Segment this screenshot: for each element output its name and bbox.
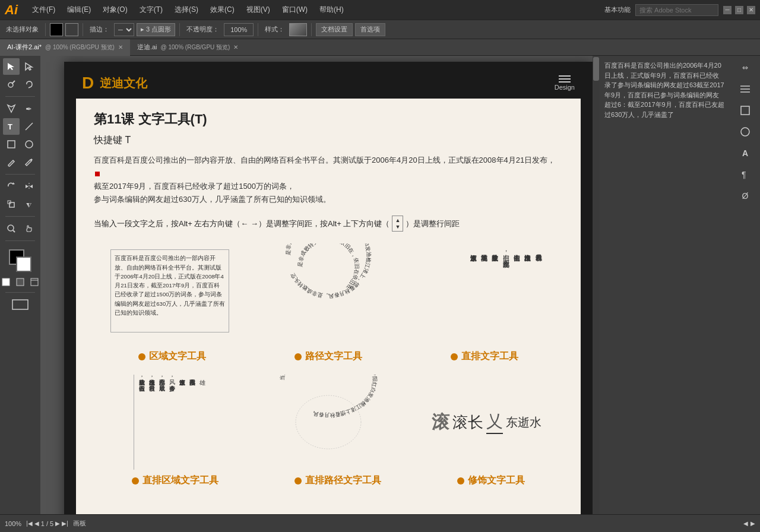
menu-edit[interactable]: 编辑(E) <box>65 4 93 16</box>
shear-tool[interactable]: ⧨ <box>21 196 37 213</box>
line-tool[interactable] <box>21 118 37 135</box>
menu-window[interactable]: 窗口(W) <box>280 4 310 16</box>
keyboard-hint-text: 当输入一段文字之后，按Alt+ 左右方向键（← →）是调整字间距，按Alt+ 上… <box>94 218 390 229</box>
menu-select[interactable]: 选择(S) <box>172 4 201 16</box>
rect-tool[interactable] <box>3 136 20 153</box>
canvas-area[interactable]: D 逆迪文化 Design 第11课 文字工具(T) 快捷键 T 百度百科是百度… <box>40 56 600 514</box>
divider-1 <box>45 23 46 36</box>
pencil-tool[interactable] <box>21 154 37 170</box>
minimize-button[interactable]: ─ <box>723 6 732 14</box>
menu-view[interactable]: 视图(V) <box>244 4 273 16</box>
arrow-indicator: ▲ ▼ <box>392 216 403 232</box>
vert-path-label: 直排路径文字工具 <box>294 474 381 487</box>
vertical-scrollbar[interactable] <box>593 56 600 514</box>
next-page-btn[interactable]: ▶ <box>55 520 60 527</box>
vert-zone-visual: 非成败转头空，青山依旧在 白发渔樵江渚上，惯看秋月 几度夕阳红，是非成败 风，古… <box>99 375 241 470</box>
transform-icon[interactable] <box>736 101 755 120</box>
close-button[interactable]: ✕ <box>747 6 755 14</box>
menu-effect[interactable]: 效果(C) <box>208 4 237 16</box>
first-page-btn[interactable]: |◀ <box>26 520 33 527</box>
tab-close-2[interactable]: ✕ <box>233 44 238 50</box>
rotate-tool[interactable] <box>3 178 20 195</box>
lesson-title: 第11课 文字工具(T) <box>94 110 563 128</box>
add-anchor-tool[interactable]: ✒ <box>21 100 37 117</box>
select-tool[interactable] <box>3 58 20 75</box>
svg-point-27 <box>741 128 749 136</box>
direct-select-tool[interactable] <box>21 58 37 75</box>
vertical-text-label-text: 直排文字工具 <box>461 350 518 363</box>
sidebar-text-panel: 百度百科是百度公司推出的2006年4月20日上线，正式版年9月，百度百科已经收录… <box>600 56 730 514</box>
prev-page-btn[interactable]: ◀ <box>34 520 39 527</box>
tab-nidi[interactable]: 逆迪.ai @ 100% (RGB/GPU 预览) ✕ <box>130 39 245 56</box>
svg-rect-14 <box>2 278 10 286</box>
hand-tool[interactable] <box>21 220 37 237</box>
zoom-tool[interactable] <box>3 220 20 237</box>
decoration-visual: 滚 滚长 乂 东逝水 <box>416 375 558 470</box>
stock-search-input[interactable] <box>635 4 718 16</box>
artboard-label: 画板 <box>73 519 86 528</box>
vert-path-text-demo: 当炉赤澄澄水炉是非成败转头空青山依旧在几度夕阳红白发渔樵江渚上惯看秋月春风 <box>252 375 405 470</box>
full-screen-mode[interactable] <box>28 276 41 289</box>
paintbrush-tool[interactable] <box>3 154 20 170</box>
magic-wand-tool[interactable] <box>3 76 20 93</box>
arrow-down-icon: ▼ <box>395 224 400 230</box>
normal-mode-btn[interactable] <box>0 276 12 289</box>
lasso-tool[interactable] <box>21 76 37 93</box>
tab-close-1[interactable]: ✕ <box>118 44 123 50</box>
stroke-option[interactable]: ▸ 3 点圆形 <box>137 23 175 36</box>
vert-zone-col-2: 白发渔樵江渚上，惯看秋月 <box>147 375 156 470</box>
menu-help[interactable]: 帮助(H) <box>317 4 346 16</box>
style-swatch[interactable] <box>289 23 307 36</box>
mask-mode-btn[interactable] <box>14 276 27 289</box>
logo-icon: D <box>82 74 94 93</box>
playback-prev[interactable]: ◀ <box>743 520 748 527</box>
reflect-tool[interactable] <box>21 178 37 195</box>
tab-label-2: 逆迪.ai <box>137 43 157 52</box>
background-color[interactable] <box>16 256 31 272</box>
ellipse-tool[interactable] <box>21 136 37 153</box>
zone-text-label-text: 区域文字工具 <box>149 350 206 363</box>
svg-rect-5 <box>8 141 15 148</box>
paragraph-icon[interactable]: ¶ <box>736 165 755 184</box>
doc-settings-button[interactable]: 文档设置 <box>316 23 353 36</box>
menu-text[interactable]: 文字(T) <box>137 4 165 16</box>
artboard-tool[interactable] <box>9 296 31 313</box>
scale-tool[interactable] <box>3 196 20 213</box>
preferences-button[interactable]: 首选项 <box>355 23 385 36</box>
label-row-2: 直排区域文字工具 直排路径文字工具 修饰文字工具 <box>94 474 563 487</box>
scrollbar-thumb[interactable] <box>593 57 599 81</box>
deco-char-2: 滚长 <box>452 412 483 433</box>
status-bar: 100% |◀ ◀ 1 / 5 ▶ ▶| 画板 ◀ ▶ <box>0 514 760 532</box>
svg-rect-16 <box>31 278 38 286</box>
stroke-swatch[interactable] <box>65 23 78 36</box>
tab-ai-course[interactable]: AI-课件2.ai* @ 100% (RGB/GPU 预览) ✕ <box>0 39 130 56</box>
panel-expand-btn[interactable]: ⇔ <box>736 58 755 77</box>
svg-line-13 <box>13 230 15 232</box>
svg-rect-26 <box>741 106 749 115</box>
menu-file[interactable]: 文件(F) <box>30 4 58 16</box>
text-cursor <box>95 172 100 176</box>
fill-swatch[interactable] <box>50 23 63 36</box>
design-menu-btn[interactable]: Design <box>555 75 575 91</box>
align-icon[interactable] <box>736 80 755 99</box>
last-page-btn[interactable]: ▶| <box>62 520 68 527</box>
divider-4 <box>258 23 258 36</box>
pen-tool[interactable] <box>3 100 20 117</box>
opacity-input[interactable] <box>224 23 254 36</box>
pathfinder-icon[interactable] <box>736 122 755 141</box>
bullet-4 <box>132 477 139 484</box>
vertical-text-label: 直排文字工具 <box>451 350 518 363</box>
path-text-visual: 是非成败转头空，青山依旧在，几度夕阳红，白发渔樵江渚上，惯看秋月春风。是非成败转… <box>257 243 400 338</box>
type-panel-icon[interactable]: A <box>736 144 755 163</box>
playback-next[interactable]: ▶ <box>750 520 755 527</box>
menu-object[interactable]: 对象(O) <box>100 4 129 16</box>
svg-text:✒: ✒ <box>26 104 32 113</box>
vertical-text-demo-top: 滚滚长江东逝水 浪花淘尽英雄 是非成败转头空 旧在，几度夕阳红 青山依旧在 白发… <box>410 243 563 338</box>
stroke-select[interactable]: ─ <box>114 23 134 36</box>
opentype-icon[interactable]: Ø <box>736 186 755 205</box>
maximize-button[interactable]: □ <box>735 6 743 14</box>
logo-text: 逆迪文化 <box>100 75 147 91</box>
window-controls: ─ □ ✕ <box>723 6 755 14</box>
type-tool[interactable]: T <box>3 118 20 135</box>
vert-zone-col-1: 非成败转头空，青山依旧在 <box>134 375 145 470</box>
